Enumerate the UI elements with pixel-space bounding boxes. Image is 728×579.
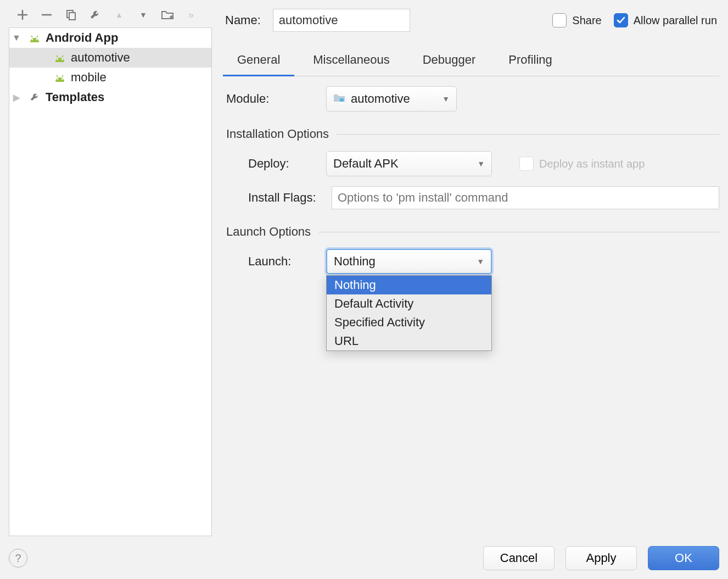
name-label: Name: bbox=[225, 13, 261, 27]
toolbar: ▲ ▼ » bbox=[9, 4, 212, 27]
config-tree[interactable]: ▼ Android App ▶ automotive ▶ bbox=[9, 27, 212, 536]
launch-dropdown[interactable]: Nothing Default Activity Specified Activ… bbox=[326, 275, 492, 351]
tree-group-templates[interactable]: ▶ Templates bbox=[9, 87, 211, 107]
module-folder-icon bbox=[333, 93, 345, 105]
launch-combo-wrap: Nothing ▼ Nothing Default Activity Speci… bbox=[326, 249, 492, 274]
module-row: Module: automotive ▼ bbox=[226, 86, 719, 112]
name-input[interactable] bbox=[273, 9, 410, 32]
top-form-row: Name: Share Allow parallel run bbox=[223, 4, 719, 37]
tree-item-mobile[interactable]: ▶ mobile bbox=[9, 68, 211, 87]
left-column: ▲ ▼ » ▼ Android App ▶ bbox=[9, 4, 212, 536]
deploy-label: Deploy: bbox=[226, 157, 314, 171]
add-icon[interactable] bbox=[15, 8, 30, 22]
divider bbox=[318, 232, 719, 232]
dialog-root: ▲ ▼ » ▼ Android App ▶ bbox=[0, 0, 728, 579]
deploy-instant-checkbox: Deploy as instant app bbox=[519, 157, 645, 171]
section-installation: Installation Options bbox=[226, 127, 719, 141]
chevron-down-icon: ▼ bbox=[442, 94, 450, 103]
checkbox-box-icon bbox=[552, 13, 567, 27]
svg-point-6 bbox=[57, 79, 59, 80]
deploy-combo[interactable]: Default APK ▼ bbox=[326, 151, 492, 176]
launch-label: Launch: bbox=[226, 254, 314, 269]
launch-option-default-activity[interactable]: Default Activity bbox=[327, 294, 491, 313]
checkbox-box-icon bbox=[519, 157, 534, 171]
chevron-right-icon[interactable]: ▶ bbox=[9, 92, 24, 103]
svg-rect-8 bbox=[340, 98, 344, 102]
share-label: Share bbox=[572, 14, 601, 27]
svg-point-2 bbox=[32, 39, 33, 41]
copy-icon[interactable] bbox=[64, 8, 78, 22]
launch-option-specified-activity[interactable]: Specified Activity bbox=[327, 313, 491, 332]
tree-label: Android App bbox=[46, 31, 118, 45]
android-icon bbox=[28, 34, 41, 42]
svg-point-5 bbox=[61, 59, 63, 60]
help-button[interactable]: ? bbox=[9, 549, 27, 567]
tree-label: Templates bbox=[46, 90, 104, 104]
tree-label: automotive bbox=[71, 51, 130, 65]
remove-icon[interactable] bbox=[40, 8, 54, 22]
tree-label: mobile bbox=[71, 70, 107, 85]
checkbox-box-icon bbox=[614, 13, 628, 27]
launch-combo[interactable]: Nothing ▼ bbox=[326, 249, 492, 274]
tab-debugger[interactable]: Debugger bbox=[408, 47, 490, 76]
cancel-button[interactable]: Cancel bbox=[483, 546, 555, 570]
tab-general[interactable]: General bbox=[223, 47, 294, 76]
tab-profiling[interactable]: Profiling bbox=[494, 47, 566, 76]
chevron-down-icon: ▼ bbox=[477, 159, 485, 168]
install-flags-input[interactable] bbox=[332, 186, 719, 209]
module-value: automotive bbox=[351, 92, 410, 106]
wrench-icon bbox=[28, 92, 41, 103]
wrench-icon[interactable] bbox=[88, 8, 102, 22]
module-label: Module: bbox=[226, 92, 314, 106]
module-combo[interactable]: automotive ▼ bbox=[326, 86, 457, 112]
section-launch: Launch Options bbox=[226, 225, 719, 239]
svg-rect-1 bbox=[69, 13, 75, 20]
footer: ? Cancel Apply OK bbox=[9, 536, 719, 570]
ok-button[interactable]: OK bbox=[648, 546, 719, 570]
apply-button[interactable]: Apply bbox=[565, 546, 637, 570]
launch-option-url[interactable]: URL bbox=[327, 332, 491, 350]
move-up-icon: ▲ bbox=[112, 8, 126, 22]
form-area: Module: automotive ▼ Installation Option… bbox=[223, 76, 719, 274]
divider bbox=[337, 134, 719, 135]
new-folder-icon[interactable] bbox=[160, 8, 175, 22]
move-down-icon[interactable]: ▼ bbox=[136, 8, 150, 22]
tree-item-automotive[interactable]: ▶ automotive bbox=[9, 48, 211, 68]
launch-option-nothing[interactable]: Nothing bbox=[327, 276, 491, 294]
tab-miscellaneous[interactable]: Miscellaneous bbox=[299, 47, 404, 76]
svg-point-7 bbox=[61, 79, 63, 80]
share-checkbox[interactable]: Share bbox=[552, 13, 601, 27]
more-icon[interactable]: » bbox=[184, 8, 199, 22]
section-title: Installation Options bbox=[226, 127, 329, 141]
install-flags-row: Install Flags: bbox=[226, 186, 719, 209]
svg-point-3 bbox=[36, 39, 38, 41]
launch-row: Launch: Nothing ▼ Nothing Default Activi… bbox=[226, 249, 719, 274]
right-column: Name: Share Allow parallel run General M… bbox=[223, 4, 719, 536]
deploy-value: Default APK bbox=[333, 157, 399, 171]
install-flags-label: Install Flags: bbox=[226, 191, 320, 205]
section-title: Launch Options bbox=[226, 225, 311, 239]
main-row: ▲ ▼ » ▼ Android App ▶ bbox=[9, 4, 719, 536]
svg-point-4 bbox=[57, 59, 59, 60]
allow-parallel-checkbox[interactable]: Allow parallel run bbox=[614, 13, 717, 27]
deploy-row: Deploy: Default APK ▼ Deploy as instant … bbox=[226, 151, 719, 176]
chevron-down-icon[interactable]: ▼ bbox=[9, 33, 24, 43]
allow-parallel-label: Allow parallel run bbox=[634, 14, 717, 27]
chevron-down-icon: ▼ bbox=[477, 257, 484, 266]
android-icon bbox=[53, 73, 66, 82]
tree-group-android-app[interactable]: ▼ Android App bbox=[9, 28, 211, 48]
launch-value: Nothing bbox=[334, 254, 376, 269]
tabs: General Miscellaneous Debugger Profiling bbox=[223, 47, 719, 76]
deploy-instant-label: Deploy as instant app bbox=[539, 158, 645, 170]
android-icon bbox=[53, 53, 66, 62]
